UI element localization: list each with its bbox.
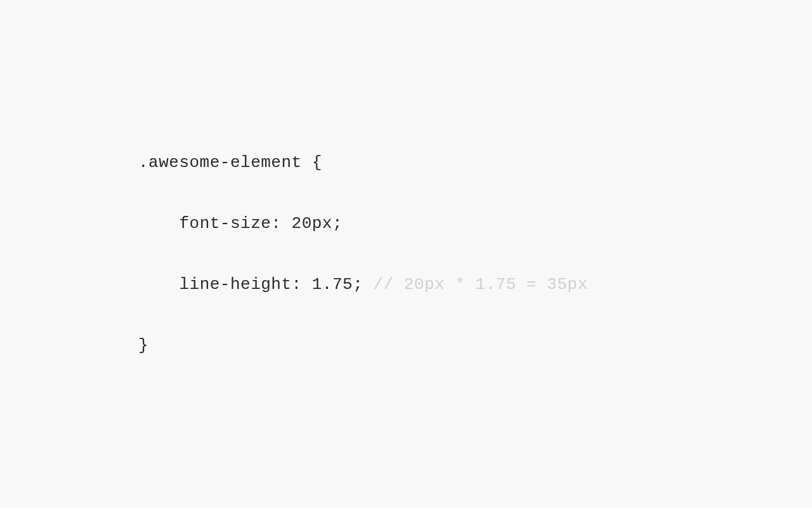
code-line-lineheight: line-height: 1.75; // 20px * 1.75 = 35px [138,269,588,300]
code-property-fontsize: font-size: 20px; [179,214,343,233]
code-comment: // 20px * 1.75 = 35px [373,275,587,294]
code-indent [138,275,179,294]
code-line-selector: .awesome-element { [138,147,588,178]
code-snippet: .awesome-element { font-size: 20px; line… [0,117,588,392]
code-property-lineheight: line-height: 1.75; [179,275,373,294]
code-indent [138,214,179,233]
code-line-fontsize: font-size: 20px; [138,208,588,239]
code-line-closebrace: } [138,330,588,361]
